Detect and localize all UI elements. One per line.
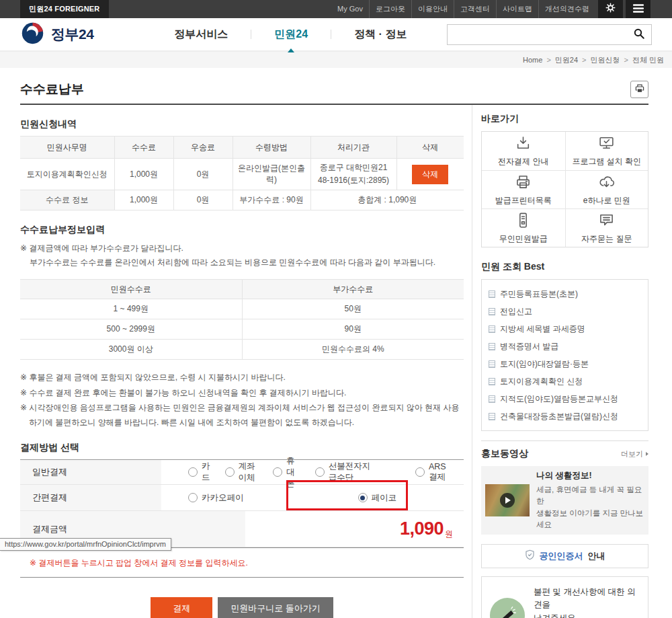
topbar-link-mygov[interactable]: My Gov bbox=[331, 0, 370, 18]
best-item[interactable]: 건축물대장등초본발급(열람)신청 bbox=[489, 408, 641, 425]
video-thumbnail[interactable] bbox=[485, 484, 530, 516]
application-row: 토지이용계획확인신청 1,000원 0원 온라인발급(본인출력) 종로구 대학민… bbox=[20, 159, 464, 190]
warning-2: ※ 수수료 결제 완료 후에는 환불이 불가능 하오니 신청내역을 확인 후 결… bbox=[20, 385, 464, 400]
hamburger-icon bbox=[633, 3, 644, 15]
nav-gov-services[interactable]: 정부서비스 bbox=[174, 17, 228, 52]
nav-divider bbox=[331, 30, 331, 39]
summary-total: 총합계 : 1,090원 bbox=[310, 190, 464, 210]
table-row: 3000원 이상 민원수수료의 4% bbox=[20, 340, 464, 360]
download-icon bbox=[515, 134, 532, 153]
gov-emblem-icon bbox=[20, 21, 45, 48]
video-desc: 세금, 휴면예금 등 내게 꼭 필요한 생활정보 이야기를 지금 만나보세요 bbox=[536, 484, 644, 531]
cell-fee: 1,000원 bbox=[114, 159, 173, 190]
action-buttons: 결제 민원바구니로 돌아가기 bbox=[20, 597, 464, 618]
print-button[interactable] bbox=[630, 81, 648, 98]
radio-kakaopay[interactable]: 카카오페이 bbox=[188, 492, 244, 504]
gov24-logo[interactable]: 정부24 bbox=[20, 21, 93, 48]
shortcuts-title: 바로가기 bbox=[481, 113, 648, 125]
topbar-brand[interactable]: 민원24 FOREIGNER bbox=[20, 0, 109, 18]
page: 민원24 FOREIGNER My Gov 로그아웃 이용안내 고객센터 사이트… bbox=[0, 0, 672, 618]
delete-button[interactable]: 삭제 bbox=[412, 165, 448, 184]
best-item[interactable]: 지적도(임야도)열람등본교부신청 bbox=[489, 390, 641, 408]
cloud-download-icon bbox=[598, 173, 615, 192]
shortcut-kiosk[interactable]: 무인민원발급 bbox=[482, 208, 565, 247]
col-header: 처리기관 bbox=[310, 137, 396, 159]
topbar-link-feedback[interactable]: 개선의견수렴 bbox=[539, 0, 595, 18]
col-header: 수수료 bbox=[114, 137, 173, 159]
breadcrumb-all-minwon[interactable]: 전체 민원 bbox=[632, 55, 664, 65]
gear-icon bbox=[605, 3, 616, 15]
cell-method: 온라인발급(본인출력) bbox=[233, 159, 310, 190]
cell: 90원 bbox=[242, 319, 464, 340]
cell: 민원수수료의 4% bbox=[242, 340, 464, 360]
shortcut-epayment-guide[interactable]: 전자결제 안내 bbox=[482, 132, 565, 170]
breadcrumb-apply[interactable]: 민원신청 bbox=[591, 55, 620, 65]
breadcrumb-separator: > bbox=[546, 56, 550, 64]
document-icon bbox=[489, 291, 495, 298]
payment-amount: 1,090 bbox=[400, 518, 444, 539]
topbar-link-guide[interactable]: 이용안내 bbox=[412, 0, 454, 18]
promo-video-title: 홍보동영상 bbox=[481, 448, 528, 460]
summary-postage: 0원 bbox=[173, 190, 233, 210]
content: 수수료납부 민원신청내역 민원사무명 수수료 우송료 bbox=[0, 68, 672, 618]
payment-method-table: 일반결제 카드 계좌이체 휴대폰 선불전자지급수단 ARS결제 간편결제 카카오… bbox=[20, 459, 464, 548]
best-item[interactable]: 지방세 세목별 과세증명 bbox=[489, 320, 641, 338]
document-icon bbox=[489, 413, 495, 420]
shortcut-printer-list[interactable]: 발급프린터목록 bbox=[482, 170, 565, 208]
certificate-guide-banner[interactable]: 공인인증서 안내 bbox=[481, 544, 648, 568]
cell-name: 토지이용계획확인신청 bbox=[20, 159, 114, 190]
best-list: 주민등록표등본(초본) 전입신고 지방세 세목별 과세증명 병적증명서 발급 토… bbox=[481, 279, 648, 431]
best-item[interactable]: 병적증명서 발급 bbox=[489, 338, 641, 355]
cell: 50원 bbox=[242, 299, 464, 319]
printer-icon bbox=[515, 173, 532, 192]
application-header-row: 민원사무명 수수료 우송료 수령방법 처리기관 삭제 bbox=[20, 137, 464, 159]
best-item[interactable]: 전입신고 bbox=[489, 303, 641, 320]
document-icon bbox=[489, 308, 495, 315]
radio-bank-transfer[interactable]: 계좌이체 bbox=[225, 461, 259, 484]
radio-mobile[interactable]: 휴대폰 bbox=[273, 455, 300, 490]
pay-button[interactable]: 결제 bbox=[151, 597, 212, 618]
best-title: 민원 조회 Best bbox=[481, 261, 648, 273]
table-row: 500 ~ 2999원 90원 bbox=[20, 319, 464, 340]
shortcut-ehanaro[interactable]: e하나로 민원 bbox=[565, 170, 648, 208]
cell-delete: 삭제 bbox=[396, 159, 464, 190]
payment-amount-unit: 원 bbox=[445, 529, 453, 547]
radio-icon bbox=[188, 493, 198, 502]
breadcrumb-separator: > bbox=[624, 56, 628, 64]
radio-ars[interactable]: ARS결제 bbox=[415, 462, 449, 483]
topbar-link-support[interactable]: 고객센터 bbox=[454, 0, 497, 18]
nav-policy-info[interactable]: 정책 · 정보 bbox=[354, 17, 407, 52]
breadcrumb-minwon24[interactable]: 민원24 bbox=[555, 55, 578, 65]
kiosk-icon bbox=[515, 212, 532, 231]
document-icon bbox=[489, 395, 495, 403]
warning-3: ※ 시각장애인용 음성프로그램을 사용하는 민원인은 금융결제원의 계좌이체 서… bbox=[20, 400, 464, 430]
search-input[interactable] bbox=[448, 30, 627, 39]
nav-minwon24[interactable]: 민원24 bbox=[274, 17, 308, 52]
search-button[interactable] bbox=[627, 25, 651, 44]
sidebar: 바로가기 전자결제 안내 프로그램 설치 확인 발급프린터목록 bbox=[472, 105, 648, 618]
radio-payco[interactable]: 페이코 bbox=[358, 492, 397, 504]
best-item[interactable]: 토지이용계획확인 신청 bbox=[489, 373, 641, 390]
warning-notes: ※ 후불은 결제 금액에 포함되지 않았으므로, 수령 시 지불하시기 바랍니다… bbox=[20, 370, 464, 430]
col-header: 부가수수료 bbox=[242, 280, 464, 299]
global-nav: 정부서비스 민원24 정책 · 정보 bbox=[174, 17, 407, 52]
more-link[interactable]: 더보기 bbox=[621, 449, 648, 459]
best-item[interactable]: 토지(임야)대장열람·등본 bbox=[489, 355, 641, 373]
shortcut-program-check[interactable]: 프로그램 설치 확인 bbox=[565, 132, 648, 170]
back-to-cart-button[interactable]: 민원바구니로 돌아가기 bbox=[218, 597, 333, 618]
radio-prepaid[interactable]: 선불전자지급수단 bbox=[315, 461, 372, 484]
best-item[interactable]: 주민등록표등본(초본) bbox=[489, 285, 641, 303]
megaphone-icon bbox=[490, 598, 525, 618]
breadcrumb-home[interactable]: Home bbox=[523, 56, 542, 64]
topbar-link-sitemap[interactable]: 사이트맵 bbox=[497, 0, 539, 18]
summary-row: 수수료 정보 1,000원 0원 부가수수료 : 90원 총합계 : 1,090… bbox=[20, 190, 464, 210]
payment-popup-note: ※ 결제버튼을 누르시고 팝업 창에서 결제 정보를 입력하세요. bbox=[20, 557, 464, 569]
shortcut-faq[interactable]: 자주묻는 질문 bbox=[565, 208, 648, 247]
topbar-link-logout[interactable]: 로그아웃 bbox=[370, 0, 412, 18]
warning-1: ※ 후불은 결제 금액에 포함되지 않았으므로, 수령 시 지불하시기 바랍니다… bbox=[20, 370, 464, 385]
radio-icon bbox=[415, 467, 425, 477]
settings-button[interactable] bbox=[598, 0, 623, 18]
search-icon bbox=[633, 28, 645, 42]
radio-card[interactable]: 카드 bbox=[188, 461, 210, 484]
menu-button[interactable] bbox=[626, 0, 650, 18]
